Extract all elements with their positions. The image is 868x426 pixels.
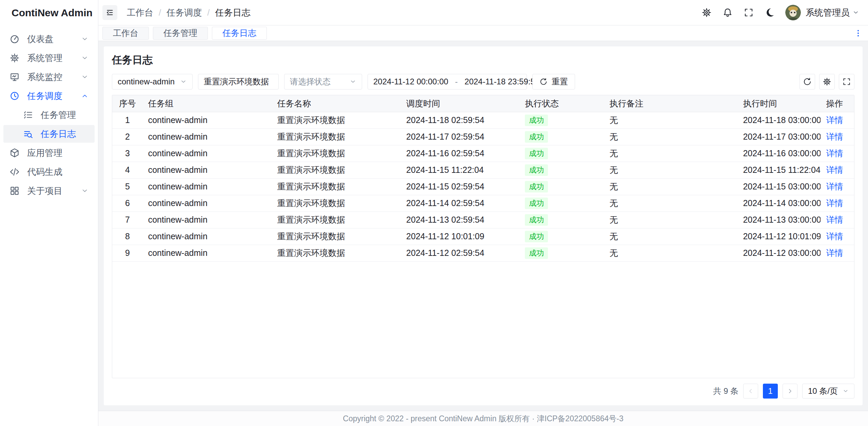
- date-range-picker[interactable]: 2024-11-12 00:00:00 - 2024-11-18 23:59:5…: [368, 74, 527, 89]
- column-settings-button[interactable]: [819, 74, 835, 89]
- cell-action: 详情: [821, 162, 854, 178]
- detail-link[interactable]: 详情: [826, 165, 843, 175]
- clock-icon: [9, 91, 20, 101]
- cell-schedule-time: 2024-11-18 02:59:54: [401, 112, 519, 128]
- cell-name: 重置演示环境数据: [272, 228, 401, 245]
- prev-page-button[interactable]: [743, 384, 758, 399]
- gear-icon: [823, 77, 831, 86]
- sidebar-item-label: 应用管理: [27, 147, 88, 159]
- tab-task-management[interactable]: 任务管理: [153, 27, 208, 40]
- cell-name: 重置演示环境数据: [272, 128, 401, 145]
- sidebar-item-app-management[interactable]: 应用管理: [3, 144, 95, 162]
- cell-remark: 无: [604, 145, 738, 162]
- table-row: 4continew-admin重置演示环境数据2024-11-15 11:22:…: [112, 162, 854, 178]
- cell-group: continew-admin: [143, 112, 272, 128]
- column-header: 任务名称: [272, 95, 401, 112]
- chevron-down-icon: [852, 9, 859, 16]
- table-row: 9continew-admin重置演示环境数据2024-11-12 02:59:…: [112, 245, 854, 261]
- cell-no: 9: [112, 245, 143, 261]
- breadcrumb: 工作台/任务调度/任务日志: [127, 7, 250, 19]
- user-menu[interactable]: 系统管理员: [783, 5, 859, 20]
- cell-no: 2: [112, 128, 143, 145]
- column-header: 执行状态: [519, 95, 604, 112]
- cell-exec-time: 2024-11-12 10:01:09: [737, 228, 821, 245]
- sidebar-item-task-schedule[interactable]: 任务调度: [3, 87, 95, 105]
- cell-status: 成功: [519, 128, 604, 145]
- cell-no: 5: [112, 178, 143, 195]
- dark-mode-button[interactable]: [762, 4, 778, 21]
- cell-schedule-time: 2024-11-13 02:59:54: [401, 211, 519, 228]
- page-title: 任务日志: [112, 53, 854, 67]
- page-content: 任务日志 continew-admin 请选择状态 2024-11-12 0: [98, 41, 868, 411]
- cell-remark: 无: [604, 128, 738, 145]
- detail-link[interactable]: 详情: [826, 198, 843, 208]
- next-page-button[interactable]: [783, 384, 797, 399]
- fullscreen-icon: [744, 7, 754, 18]
- detail-link[interactable]: 详情: [826, 148, 843, 158]
- sidebar-item-code-generation[interactable]: 代码生成: [3, 163, 95, 181]
- task-name-input[interactable]: [204, 77, 273, 86]
- chevron-down-icon: [350, 78, 356, 85]
- chevron-left-icon: [748, 388, 754, 394]
- tab-task-log[interactable]: 任务日志: [212, 27, 267, 40]
- sidebar-item-dashboard[interactable]: 仪表盘: [3, 30, 95, 48]
- detail-link[interactable]: 详情: [826, 248, 843, 258]
- sidebar-item-task-log[interactable]: 任务日志: [3, 125, 95, 143]
- breadcrumb-item[interactable]: 工作台: [127, 7, 153, 19]
- detail-link[interactable]: 详情: [826, 231, 843, 241]
- detail-link[interactable]: 详情: [826, 215, 843, 224]
- chevron-up-icon: [81, 92, 88, 100]
- cell-exec-time: 2024-11-15 11:22:04: [737, 162, 821, 178]
- breadcrumb-item[interactable]: 任务日志: [215, 7, 250, 19]
- settings-button[interactable]: [698, 4, 715, 21]
- task-name-input-wrap: [198, 74, 279, 89]
- bell-icon: [723, 7, 733, 18]
- cell-group: continew-admin: [143, 211, 272, 228]
- sidebar-collapse-button[interactable]: [102, 5, 117, 20]
- cell-exec-time: 2024-11-12 03:00:00: [737, 245, 821, 261]
- logo[interactable]: ContiNew Admin: [0, 0, 98, 25]
- sidebar-item-label: 系统监控: [27, 71, 74, 83]
- chevron-down-icon: [843, 388, 849, 394]
- sidebar-item-system-management[interactable]: 系统管理: [3, 49, 95, 67]
- cell-exec-time: 2024-11-17 03:00:00: [737, 128, 821, 145]
- tab-more-button[interactable]: [852, 27, 864, 39]
- date-end: 2024-11-18 23:59:59: [465, 77, 539, 86]
- page-size-select[interactable]: 10 条/页: [802, 384, 854, 399]
- cell-remark: 无: [604, 211, 738, 228]
- task-group-select[interactable]: continew-admin: [112, 74, 193, 89]
- status-select[interactable]: 请选择状态: [284, 74, 362, 89]
- fullscreen-button[interactable]: [741, 4, 757, 21]
- detail-link[interactable]: 详情: [826, 182, 843, 191]
- breadcrumb-separator: /: [159, 7, 161, 18]
- table-fullscreen-button[interactable]: [839, 74, 854, 89]
- tab-workbench[interactable]: 工作台: [102, 27, 149, 40]
- fullscreen-icon: [842, 77, 851, 86]
- table-row: 2continew-admin重置演示环境数据2024-11-17 02:59:…: [112, 128, 854, 145]
- cell-exec-time: 2024-11-14 03:00:00: [737, 195, 821, 211]
- notifications-button[interactable]: [719, 4, 736, 21]
- cell-group: continew-admin: [143, 195, 272, 211]
- sidebar-item-label: 仪表盘: [27, 33, 74, 45]
- reset-button[interactable]: 重置: [532, 74, 575, 89]
- breadcrumb-item[interactable]: 任务调度: [166, 7, 202, 19]
- sidebar-item-about-project[interactable]: 关于项目: [3, 182, 95, 200]
- chevron-down-icon: [81, 54, 88, 62]
- sidebar-item-system-monitor[interactable]: 系统监控: [3, 68, 95, 86]
- sidebar-item-label: 代码生成: [27, 166, 88, 178]
- cell-schedule-time: 2024-11-15 11:22:04: [401, 162, 519, 178]
- cell-action: 详情: [821, 128, 854, 145]
- cube-icon: [9, 148, 20, 158]
- task-log-table-wrap: 序号任务组任务名称调度时间执行状态执行备注执行时间操作 1continew-ad…: [112, 95, 854, 378]
- table-row: 1continew-admin重置演示环境数据2024-11-18 02:59:…: [112, 112, 854, 128]
- page-number-current[interactable]: 1: [763, 384, 778, 399]
- cell-no: 1: [112, 112, 143, 128]
- sidebar-item-label: 任务日志: [41, 128, 88, 140]
- copyright-text: Copyright © 2022 - present ContiNew Admi…: [343, 413, 623, 424]
- sidebar-item-task-management[interactable]: 任务管理: [3, 106, 95, 124]
- refresh-table-button[interactable]: [800, 74, 815, 89]
- status-badge: 成功: [525, 231, 548, 242]
- moon-icon: [765, 7, 775, 18]
- detail-link[interactable]: 详情: [826, 132, 843, 141]
- detail-link[interactable]: 详情: [826, 115, 843, 125]
